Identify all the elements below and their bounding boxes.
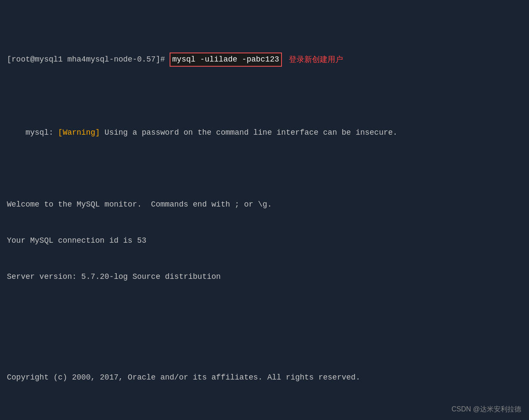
prompt-line-1: [root@mysql1 mha4mysql-node-0.57]# [7, 54, 170, 66]
copyright: Copyright (c) 2000, 2017, Oracle and/or … [7, 373, 360, 382]
server-version: Server version: 5.7.20-log Source distri… [7, 272, 221, 281]
welcome-line: Welcome to the MySQL monitor. Commands e… [7, 200, 272, 209]
annotation-login: 登录新创建用户 [289, 54, 343, 66]
warning-text: Using a password on the command line int… [100, 128, 397, 137]
connection-id: Your MySQL connection id is 53 [7, 236, 146, 245]
warning-label: [Warning] [58, 128, 100, 137]
watermark: CSDN @达米安利拉德 [452, 405, 521, 414]
command-highlight: mysql -ulilade -pabc123 [170, 52, 282, 67]
warning-prefix: mysql: [25, 128, 58, 137]
terminal-window: [root@mysql1 mha4mysql-node-0.57]# mysql… [7, 4, 522, 420]
